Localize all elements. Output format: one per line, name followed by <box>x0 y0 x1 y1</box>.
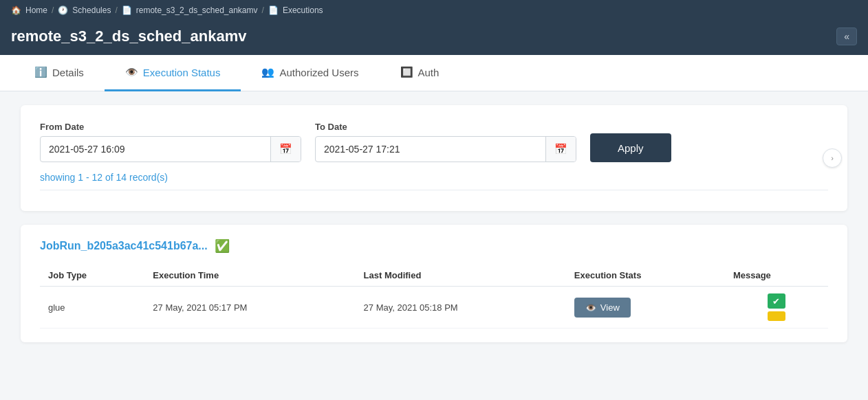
from-date-field: From Date 📅 <box>40 122 301 162</box>
auth-icon: 🔲 <box>400 66 413 78</box>
records-info: showing 1 - 12 of 14 record(s) <box>40 172 828 190</box>
tab-auth-label: Auth <box>418 67 440 78</box>
tab-details-label: Details <box>52 67 84 78</box>
breadcrumb-sep3: / <box>262 5 264 15</box>
scroll-right-hint[interactable]: › <box>823 148 842 168</box>
breadcrumb-sep1: / <box>52 5 54 15</box>
job-table-header: Job Type Execution Time Last Modified Ex… <box>40 265 828 287</box>
collapse-button[interactable]: « <box>836 27 857 45</box>
tabs-bar: ℹ️ Details 👁️ Execution Status 👥 Authori… <box>0 55 868 91</box>
view-btn-label: View <box>600 302 620 313</box>
job-run-title-row: JobRun_b205a3ac41c541b67a... ✅ <box>40 238 828 254</box>
home-icon: 🏠 <box>11 5 21 15</box>
job-table-header-row: Job Type Execution Time Last Modified Ex… <box>40 265 828 287</box>
breadcrumb-home[interactable]: Home <box>25 5 47 15</box>
breadcrumb: 🏠 Home / 🕐 Schedules / 📄 remote_s3_2_ds_… <box>0 0 868 21</box>
doc-icon: 📄 <box>122 5 132 15</box>
col-execution-time: Execution Time <box>144 265 355 287</box>
job-run-status-icon: ✅ <box>215 238 230 254</box>
cell-last-modified: 27 May, 2021 05:18 PM <box>356 287 566 329</box>
breadcrumb-schedule-name[interactable]: remote_s3_2_ds_sched_ankamv <box>136 5 258 15</box>
from-date-input[interactable] <box>41 137 270 162</box>
doc2-icon: 📄 <box>268 5 279 15</box>
to-date-field: To Date 📅 <box>315 122 576 162</box>
title-bar: remote_s3_2_ds_sched_ankamv « <box>0 21 868 55</box>
cell-job-type: glue <box>40 287 144 329</box>
tab-authorized-users-label: Authorized Users <box>279 67 358 78</box>
col-last-modified: Last Modified <box>356 265 566 287</box>
tab-authorized-users[interactable]: 👥 Authorized Users <box>241 55 379 91</box>
to-date-input-wrap: 📅 <box>315 136 576 162</box>
page-title: remote_s3_2_ds_sched_ankamv <box>11 27 246 45</box>
filter-card: From Date 📅 To Date 📅 Apply <box>21 105 847 211</box>
message-cell: ✔ <box>733 293 820 321</box>
from-date-input-wrap: 📅 <box>40 136 301 162</box>
tab-details[interactable]: ℹ️ Details <box>14 55 105 91</box>
col-execution-stats: Execution Stats <box>566 265 725 287</box>
view-eye-icon: 👁️ <box>585 302 596 313</box>
col-job-type: Job Type <box>40 265 144 287</box>
content-panel: From Date 📅 To Date 📅 Apply <box>0 91 868 356</box>
title-bar-actions: « <box>836 27 857 45</box>
eye-icon: 👁️ <box>125 66 138 78</box>
main-content: ℹ️ Details 👁️ Execution Status 👥 Authori… <box>0 55 868 399</box>
job-run-card: JobRun_b205a3ac41c541b67a... ✅ Job Type … <box>21 225 847 342</box>
to-date-calendar-icon[interactable]: 📅 <box>545 137 576 162</box>
schedules-icon: 🕐 <box>58 5 68 15</box>
job-table: Job Type Execution Time Last Modified Ex… <box>40 265 828 329</box>
filter-row: From Date 📅 To Date 📅 Apply <box>40 122 828 162</box>
cell-execution-time: 27 May, 2021 05:17 PM <box>144 287 355 329</box>
info-icon: ℹ️ <box>34 66 47 78</box>
breadcrumb-sep2: / <box>115 5 117 15</box>
breadcrumb-schedules[interactable]: Schedules <box>72 5 111 15</box>
col-message: Message <box>725 265 828 287</box>
from-date-calendar-icon[interactable]: 📅 <box>270 137 301 162</box>
apply-button[interactable]: Apply <box>590 133 671 162</box>
cell-message: ✔ <box>725 287 828 329</box>
users-icon: 👥 <box>261 66 274 78</box>
cell-execution-stats: 👁️ View <box>566 287 725 329</box>
tab-auth[interactable]: 🔲 Auth <box>380 55 460 91</box>
tab-execution-status[interactable]: 👁️ Execution Status <box>105 55 241 91</box>
to-date-input[interactable] <box>316 137 545 162</box>
tab-execution-status-label: Execution Status <box>143 67 221 78</box>
job-table-body: glue 27 May, 2021 05:17 PM 27 May, 2021 … <box>40 287 828 329</box>
job-run-link[interactable]: JobRun_b205a3ac41c541b67a... <box>40 240 208 252</box>
breadcrumb-executions: Executions <box>283 5 323 15</box>
to-date-label: To Date <box>315 122 576 132</box>
message-green-check: ✔ <box>768 293 785 309</box>
view-stats-button[interactable]: 👁️ View <box>574 298 631 318</box>
from-date-label: From Date <box>40 122 301 132</box>
table-row: glue 27 May, 2021 05:17 PM 27 May, 2021 … <box>40 287 828 329</box>
message-yellow-bar <box>768 311 785 321</box>
